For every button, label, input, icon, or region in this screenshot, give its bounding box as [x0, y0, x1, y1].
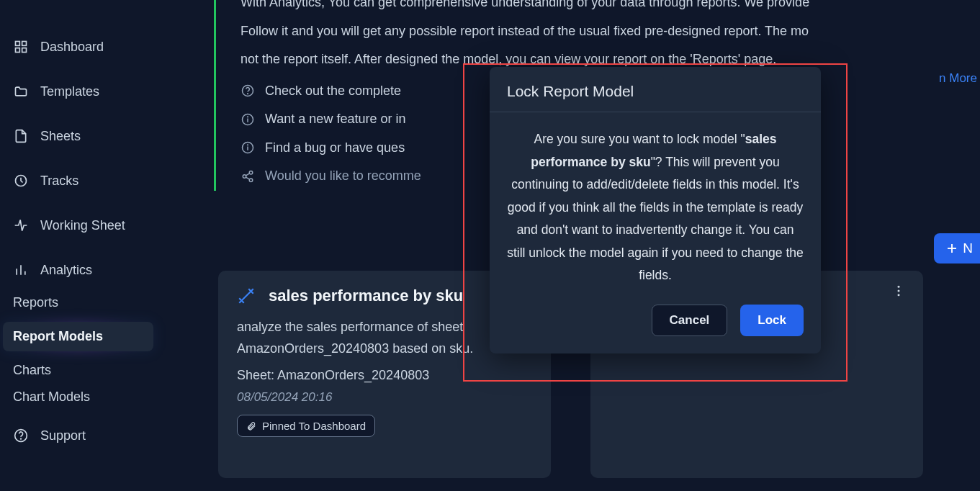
intro-row-text: Check out the complete [265, 80, 401, 103]
svg-point-20 [249, 179, 253, 182]
card-sheet: Sheet: AmazonOrders_20240803 [237, 368, 532, 383]
sidebar-item-analytics[interactable]: Analytics [0, 255, 162, 285]
info-icon [240, 112, 255, 127]
sidebar-sub-label: Chart Models [13, 389, 90, 404]
sidebar-label: Analytics [40, 263, 92, 278]
working-sheet-icon [13, 217, 29, 233]
sidebar-sub-reports[interactable]: Reports [0, 295, 162, 310]
intro-line-2: Follow it and you will get any possible … [240, 20, 977, 43]
new-report-model-button[interactable]: N [934, 233, 980, 263]
ruler-pencil-icon [237, 287, 256, 305]
intro-row-text: Want a new feature or in [265, 108, 405, 131]
target-icon [13, 173, 29, 189]
sidebar-sub-report-models[interactable]: Report Models [3, 322, 153, 351]
card-title: sales performance by sku [269, 287, 463, 305]
learn-more-link[interactable]: n More [939, 68, 977, 89]
svg-rect-3 [16, 48, 20, 53]
more-menu-button[interactable] [891, 284, 906, 298]
svg-point-9 [21, 438, 22, 439]
modal-body: Are you sure you want to lock model "sal… [490, 112, 821, 293]
new-button-label: N [963, 240, 973, 256]
sidebar-label: Sheets [40, 129, 81, 144]
bar-chart-icon [13, 262, 29, 278]
svg-point-17 [248, 145, 248, 145]
sidebar-sub-label: Report Models [13, 329, 103, 343]
file-icon [13, 128, 29, 144]
dashboard-icon [13, 39, 29, 55]
sidebar: Dashboard Templates Sheets Tracks Workin… [0, 0, 162, 491]
sidebar-sub-chart-models[interactable]: Chart Models [0, 389, 162, 405]
sidebar-item-working-sheet[interactable]: Working Sheet [0, 210, 162, 240]
lock-button[interactable]: Lock [740, 305, 804, 336]
sidebar-item-templates[interactable]: Templates [0, 76, 162, 107]
cancel-button[interactable]: Cancel [652, 305, 728, 336]
svg-point-11 [248, 94, 248, 94]
help-icon [13, 428, 29, 443]
sidebar-label: Dashboard [40, 40, 104, 55]
sidebar-label: Templates [40, 84, 99, 99]
folder-icon [13, 84, 29, 99]
svg-rect-1 [22, 42, 27, 46]
sidebar-sub-label: Charts [13, 363, 51, 377]
paperclip-icon [246, 421, 256, 431]
modal-body-post: "? This will prevent you continuing to a… [507, 155, 804, 283]
svg-point-18 [249, 171, 253, 174]
modal-footer: Cancel Lock [490, 293, 821, 353]
svg-rect-0 [16, 42, 20, 46]
svg-point-19 [243, 175, 246, 179]
svg-line-22 [246, 177, 249, 179]
info-icon [240, 140, 255, 155]
sidebar-item-support[interactable]: Support [0, 420, 162, 451]
sidebar-item-tracks[interactable]: Tracks [0, 166, 162, 196]
card-description: analyze the sales performance of sheet A… [237, 317, 532, 359]
svg-point-14 [248, 117, 248, 117]
card-date: 08/05/2024 20:16 [237, 390, 532, 405]
plus-icon [945, 242, 958, 255]
svg-rect-2 [22, 48, 27, 53]
sidebar-item-sheets[interactable]: Sheets [0, 121, 162, 151]
sidebar-item-dashboard[interactable]: Dashboard [0, 32, 162, 62]
modal-title: Lock Report Model [490, 67, 821, 112]
sidebar-label: Support [40, 428, 86, 443]
intro-row-text: Would you like to recomme [265, 165, 421, 188]
modal-body-pre: Are you sure you want to lock model " [534, 132, 745, 146]
pin-badge-label: Pinned To Dashboard [262, 420, 366, 432]
share-icon [240, 169, 255, 184]
svg-line-21 [246, 174, 249, 176]
sidebar-label: Working Sheet [40, 218, 125, 233]
sidebar-sub-label: Reports [13, 295, 58, 310]
intro-row-text: Find a bug or have ques [265, 137, 405, 160]
svg-point-25 [898, 286, 900, 288]
pinned-badge[interactable]: Pinned To Dashboard [237, 415, 375, 437]
intro-line-1: With Analytics, You can get comprehensiv… [240, 0, 977, 14]
sidebar-label: Tracks [40, 174, 78, 189]
svg-point-26 [898, 290, 900, 292]
help-circle-icon [240, 84, 255, 98]
sidebar-sub-charts[interactable]: Charts [0, 363, 162, 378]
lock-model-modal: Lock Report Model Are you sure you want … [490, 67, 821, 353]
svg-point-27 [898, 294, 900, 296]
